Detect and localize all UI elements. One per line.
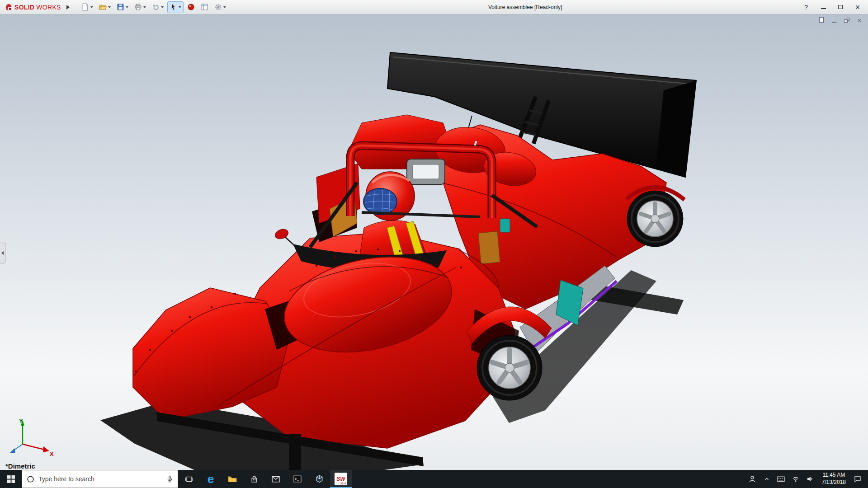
featuremanager-collapsed-tab[interactable] [0, 243, 5, 263]
action-center-button[interactable] [850, 470, 865, 488]
touch-keyboard-button[interactable] [774, 470, 788, 488]
close-icon: × [855, 3, 860, 11]
appearances-button[interactable] [185, 1, 197, 13]
reference-triad[interactable]: Y X [5, 416, 55, 459]
print-button[interactable] [132, 1, 148, 13]
open-button[interactable] [97, 1, 113, 13]
wifi-icon [792, 476, 799, 482]
folder-icon [228, 475, 237, 483]
close-button[interactable]: × [849, 0, 866, 14]
select-cursor-icon [170, 3, 177, 11]
minimize-icon [821, 8, 826, 9]
triad-y-label: Y [19, 418, 23, 424]
people-icon [749, 475, 756, 483]
close-icon: × [858, 17, 862, 23]
mail-icon [272, 476, 280, 483]
microphone-icon[interactable] [166, 475, 173, 483]
task-view-icon [185, 475, 193, 483]
task-view-button[interactable] [178, 470, 200, 488]
maximize-icon [838, 5, 843, 9]
car-teal-vent [500, 219, 510, 232]
design-binder-button[interactable] [198, 1, 211, 13]
appearance-sphere-icon [187, 3, 195, 11]
car-rearview-screen [413, 164, 439, 179]
model-3d-view[interactable] [0, 14, 868, 470]
new-document-icon [81, 3, 89, 11]
graphics-area[interactable]: × Y X *Dimetric [0, 14, 868, 470]
restore-icon [844, 18, 849, 23]
file-explorer-button[interactable] [222, 470, 243, 488]
gear-icon [214, 3, 222, 11]
taskbar-clock[interactable]: 11:45 AM 7/13/2018 [817, 470, 850, 488]
clock-date: 7/13/2018 [822, 479, 846, 486]
taskbar-search-box[interactable] [22, 470, 178, 488]
ds-logo-icon [5, 3, 13, 11]
doc-window-menu-button[interactable] [817, 16, 826, 23]
mail-button[interactable] [265, 470, 287, 488]
car-nose-pillar [289, 434, 301, 470]
document-icon [819, 17, 824, 23]
edrawings-button[interactable] [308, 470, 330, 488]
command-prompt-button[interactable] [287, 470, 308, 488]
driver-visor[interactable] [363, 188, 397, 215]
dropdown-caret-icon [143, 6, 146, 8]
help-button[interactable]: ? [797, 0, 815, 14]
dropdown-caret-icon [161, 6, 164, 8]
solidworks-taskbar-button[interactable]: SW 2017 [330, 470, 352, 488]
undo-button[interactable] [150, 1, 166, 13]
titlebar: SOLIDWORKS [0, 0, 868, 14]
triad-x-label: X [50, 450, 54, 457]
edge-icon: e [208, 473, 214, 485]
car-right-window-panel [478, 231, 500, 264]
car-antenna [468, 116, 472, 128]
dropdown-caret-icon [179, 6, 181, 8]
solidworks-logo: SOLIDWORKS [2, 3, 64, 11]
clock-time: 11:45 AM [822, 472, 845, 479]
brand-text-solid: SOLID [14, 4, 34, 11]
network-button[interactable] [788, 470, 803, 488]
show-desktop-button[interactable] [865, 470, 868, 488]
car-front-wheel[interactable] [477, 335, 542, 400]
maximize-button[interactable] [832, 0, 849, 14]
keyboard-icon [777, 476, 785, 482]
mirror-stalk [285, 237, 295, 246]
hidden-icons-button[interactable] [760, 470, 774, 488]
view-orientation-label: *Dimetric [5, 462, 35, 470]
action-center-icon [854, 475, 861, 483]
doc-minimize-button[interactable] [830, 16, 838, 23]
select-button[interactable] [167, 1, 184, 13]
edge-button[interactable]: e [200, 470, 222, 488]
chevron-left-icon [1, 251, 4, 255]
document-title: Voiture assemblee [Read-only] [488, 4, 562, 10]
flyout-triangle-icon [66, 5, 70, 9]
options-button[interactable] [212, 1, 228, 13]
windows-logo-icon [7, 475, 15, 483]
start-button[interactable] [0, 470, 22, 488]
system-tray: 11:45 AM 7/13/2018 [745, 470, 868, 488]
speaker-icon [807, 475, 814, 483]
store-button[interactable] [243, 470, 265, 488]
dropdown-caret-icon [90, 6, 93, 8]
brand-text-works: WORKS [36, 4, 61, 11]
open-folder-icon [99, 3, 107, 11]
minimize-icon [832, 22, 836, 23]
dropdown-caret-icon [126, 6, 128, 8]
people-button[interactable] [745, 470, 760, 488]
document-window-controls: × [817, 16, 863, 23]
undo-arrow-icon [152, 3, 160, 11]
chevron-up-icon [764, 476, 770, 482]
menu-expand-arrow[interactable] [64, 1, 73, 13]
cortana-circle-icon [27, 475, 34, 483]
windows-taskbar: e SW [0, 470, 868, 488]
doc-restore-button[interactable] [843, 16, 851, 23]
new-document-button[interactable] [79, 1, 95, 13]
store-bag-icon [250, 475, 258, 483]
solidworks-app-icon: SW 2017 [335, 473, 347, 485]
print-icon [134, 3, 142, 11]
search-input[interactable] [38, 475, 162, 483]
minimize-button[interactable] [815, 0, 832, 14]
design-binder-icon [201, 3, 208, 11]
save-button[interactable] [114, 1, 131, 13]
volume-button[interactable] [803, 470, 817, 488]
doc-close-button[interactable]: × [855, 16, 863, 23]
